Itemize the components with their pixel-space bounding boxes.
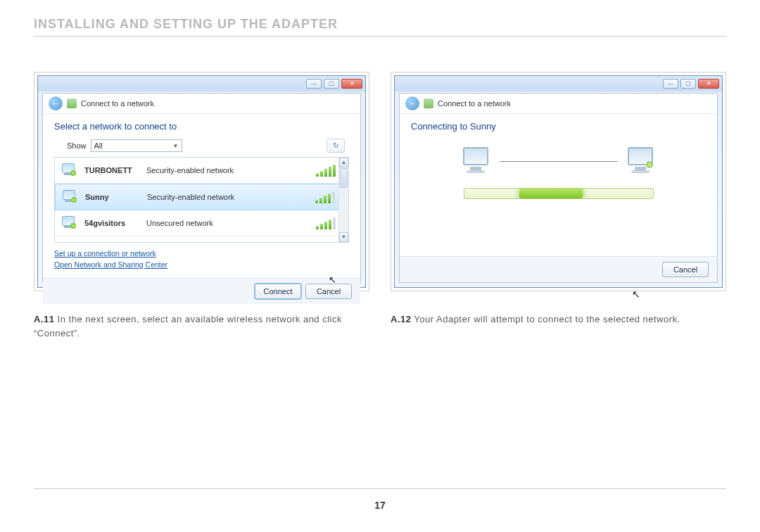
- titlebar: — ▢ ✕: [38, 76, 365, 91]
- breadcrumb: ← Connect to a network: [400, 94, 717, 114]
- instruction-text: Select a network to connect to: [54, 121, 349, 132]
- connection-line: [500, 161, 618, 162]
- caption-text: In the next screen, select an available …: [34, 314, 342, 338]
- show-label: Show: [67, 141, 87, 150]
- caption-number: A.11: [34, 314, 54, 324]
- computer-icon: [460, 147, 493, 175]
- show-dropdown-value: All: [94, 141, 103, 150]
- network-name: TURBONETT: [84, 166, 146, 175]
- computer-icon: [61, 216, 77, 230]
- scroll-up-icon[interactable]: ▲: [339, 158, 348, 167]
- window-connect-progress: — ▢ ✕ ← Connect to a network Connecting …: [394, 75, 723, 288]
- divider-top: [34, 36, 726, 37]
- link-setup-connection[interactable]: Set up a connection or network: [54, 248, 349, 260]
- maximize-button[interactable]: ▢: [324, 79, 339, 89]
- network-item[interactable]: TURBONETT Security-enabled network: [55, 158, 348, 184]
- computer-icon: [61, 163, 77, 177]
- caption-a11: A.11 In the next screen, select an avail…: [34, 312, 369, 340]
- show-dropdown[interactable]: All ▼: [91, 139, 182, 152]
- back-icon[interactable]: ←: [405, 96, 419, 110]
- network-name: 54gvisitors: [84, 219, 146, 227]
- caption-number: A.12: [391, 314, 411, 324]
- signal-icon: [316, 217, 336, 229]
- titlebar: — ▢ ✕: [395, 76, 722, 91]
- figure-a12: — ▢ ✕ ← Connect to a network Connecting …: [391, 72, 726, 340]
- close-button[interactable]: ✕: [698, 79, 719, 89]
- computer-icon: [625, 147, 657, 175]
- network-name: Sunny: [85, 193, 147, 201]
- network-desc: Security-enabled network: [146, 166, 308, 175]
- back-icon[interactable]: ←: [49, 96, 63, 110]
- scroll-down-icon[interactable]: ▼: [339, 232, 348, 242]
- close-button[interactable]: ✕: [341, 79, 362, 89]
- network-icon: [67, 99, 77, 108]
- network-list: ▲ ▼ TURBONETT Security-enabled network: [54, 157, 349, 243]
- signal-icon: [315, 191, 335, 203]
- window-connect-select: — ▢ ✕ ← Connect to a network Select a ne…: [37, 75, 366, 288]
- caption-a12: A.12 Your Adapter will attempt to connec…: [391, 312, 726, 327]
- section-title: INSTALLING AND SETTING UP THE ADAPTER: [34, 17, 726, 36]
- figure-a11: — ▢ ✕ ← Connect to a network Select a ne…: [34, 72, 369, 340]
- instruction-text: Connecting to Sunny: [411, 121, 706, 132]
- computer-icon: [61, 190, 78, 204]
- network-desc: Unsecured network: [146, 219, 308, 227]
- network-item[interactable]: 54gvisitors Unsecured network: [55, 210, 348, 236]
- breadcrumb: ← Connect to a network: [43, 94, 360, 114]
- network-item[interactable]: Sunny Security-enabled network: [55, 184, 348, 210]
- connect-button-label: Connect: [264, 287, 293, 296]
- window-title: Connect to a network: [81, 99, 154, 108]
- refresh-button[interactable]: ↻: [327, 139, 345, 153]
- connect-button[interactable]: Connect ↖: [255, 284, 301, 299]
- minimize-button[interactable]: —: [663, 79, 678, 89]
- page-number: 17: [0, 500, 760, 511]
- progress-bar: [464, 188, 654, 199]
- window-title: Connect to a network: [438, 99, 511, 108]
- scrollbar[interactable]: ▲ ▼: [338, 158, 348, 242]
- cancel-button[interactable]: Cancel: [662, 262, 709, 277]
- network-icon: [424, 99, 433, 108]
- minimize-button[interactable]: —: [306, 79, 322, 89]
- signal-icon: [316, 164, 336, 177]
- divider-bottom: [34, 488, 726, 489]
- cursor-icon: ↖: [632, 289, 640, 300]
- link-network-center[interactable]: Open Network and Sharing Center: [54, 260, 349, 271]
- caption-text: Your Adapter will attempt to connect to …: [411, 314, 680, 324]
- network-desc: Security-enabled network: [147, 193, 307, 201]
- chevron-down-icon: ▼: [173, 143, 179, 149]
- cursor-icon: ↖: [329, 273, 336, 287]
- maximize-button[interactable]: ▢: [680, 79, 696, 89]
- connection-graphic: [460, 147, 657, 175]
- scroll-thumb[interactable]: [340, 168, 348, 188]
